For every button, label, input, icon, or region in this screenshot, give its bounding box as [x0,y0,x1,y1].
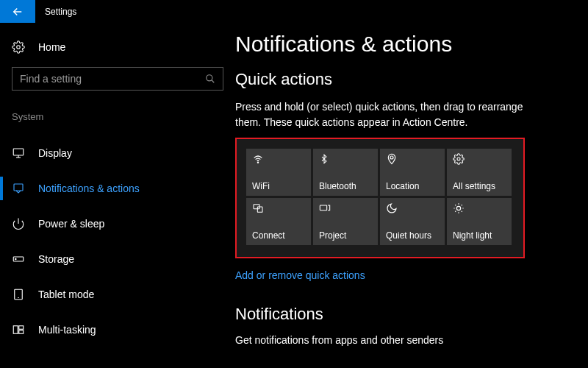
gear-icon [12,40,25,54]
nav-item-display[interactable]: Display [0,135,235,171]
tile-location[interactable]: Location [380,149,445,196]
svg-rect-14 [19,330,24,334]
nav-item-tablet[interactable]: Tablet mode [0,277,235,312]
quick-actions-title: Quick actions [235,70,588,89]
tile-label: Bluetooth [319,181,372,191]
add-remove-link[interactable]: Add or remove quick actions [235,269,365,281]
svg-line-2 [212,80,215,83]
tile-all-settings[interactable]: All settings [447,149,512,196]
sidebar: Home System Display Notifications & acti… [0,23,235,368]
nav-item-power[interactable]: Power & sleep [0,206,235,241]
tile-wifi[interactable]: WiFi [246,149,311,196]
tile-night-light[interactable]: Night light [447,198,512,245]
svg-point-0 [17,46,21,49]
tile-project[interactable]: Project [313,198,378,245]
svg-rect-20 [320,205,326,210]
quick-actions-grid: WiFi Bluetooth Location [239,141,519,252]
wifi-icon [252,153,305,165]
nav-label: Multi-tasking [38,324,96,336]
nav-item-notifications[interactable]: Notifications & actions [0,171,235,206]
nav-item-multitasking[interactable]: Multi-tasking [0,312,235,347]
tile-label: Quiet hours [386,230,439,241]
tile-label: Connect [252,230,305,241]
svg-rect-3 [13,149,24,155]
tile-label: Night light [453,230,506,241]
content-area: Notifications & actions Quick actions Pr… [235,23,588,368]
bluetooth-icon [319,153,372,165]
page-title: Notifications & actions [235,32,588,57]
project-icon [319,202,372,214]
title-bar: Settings [0,0,588,23]
nav-item-storage[interactable]: Storage [0,241,235,277]
home-link[interactable]: Home [12,40,223,54]
arrow-left-icon [11,5,24,18]
nav-label: Power & sleep [38,218,104,230]
tile-label: WiFi [252,181,305,191]
tile-quiet-hours[interactable]: Quiet hours [380,198,445,245]
group-header: System [12,111,223,122]
multitasking-icon [12,323,25,336]
tile-label: All settings [453,181,506,191]
svg-rect-12 [13,326,18,334]
tile-label: Project [319,230,372,241]
moon-icon [386,202,439,214]
search-icon [205,74,215,84]
back-button[interactable] [0,0,35,23]
gear-icon [453,153,506,165]
nav-label: Notifications & actions [38,183,140,194]
tablet-icon [12,288,25,301]
svg-point-16 [390,156,393,159]
home-label: Home [38,41,65,53]
svg-point-21 [456,206,460,210]
monitor-icon [12,146,25,160]
location-icon [386,153,439,165]
svg-line-29 [462,205,462,205]
svg-rect-19 [257,207,262,212]
svg-line-25 [462,211,462,212]
tile-label: Location [386,181,439,191]
connect-icon [252,202,305,214]
svg-line-24 [455,205,456,205]
notification-icon [12,182,25,195]
storage-icon [12,252,25,266]
svg-point-15 [257,162,258,163]
nav-label: Display [38,147,72,159]
notifications-desc: Get notifications from apps and other se… [235,334,588,346]
svg-rect-13 [19,326,24,330]
nav-label: Storage [38,253,74,265]
search-box[interactable] [12,67,223,91]
tile-connect[interactable]: Connect [246,198,311,245]
tile-bluetooth[interactable]: Bluetooth [313,149,378,196]
quick-actions-highlight: WiFi Bluetooth Location [235,138,525,258]
sun-icon [453,202,506,214]
power-icon [12,217,25,230]
search-input[interactable] [20,73,205,85]
notifications-title: Notifications [235,305,588,324]
svg-line-28 [455,211,456,212]
nav-label: Tablet mode [38,289,94,300]
svg-point-1 [207,75,212,81]
svg-point-17 [457,158,460,160]
svg-rect-6 [14,184,23,191]
window-title: Settings [45,7,76,17]
svg-point-9 [15,258,17,260]
quick-actions-desc: Press and hold (or select) quick actions… [235,99,544,130]
